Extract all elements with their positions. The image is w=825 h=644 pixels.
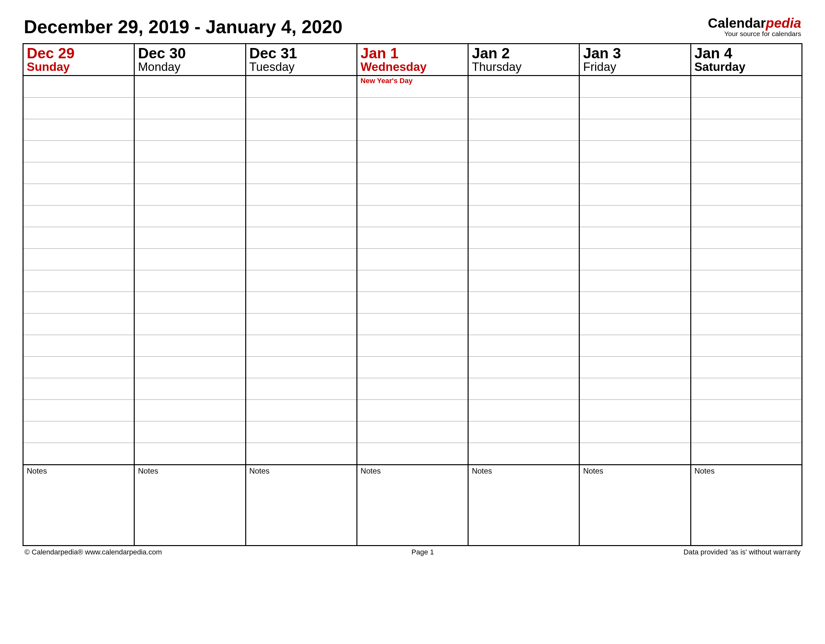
notes-cell[interactable]: Notes <box>246 465 357 546</box>
notes-cell[interactable]: Notes <box>357 465 468 546</box>
time-slot[interactable] <box>357 357 468 378</box>
time-slot[interactable] <box>246 314 357 335</box>
time-slot[interactable] <box>579 335 691 357</box>
time-slot[interactable]: New Year's Day <box>357 76 468 97</box>
time-slot[interactable] <box>357 97 468 119</box>
time-slot[interactable] <box>357 227 468 249</box>
time-slot[interactable] <box>579 422 691 443</box>
time-slot[interactable] <box>468 335 579 357</box>
time-slot[interactable] <box>579 270 691 292</box>
time-slot[interactable] <box>134 443 246 465</box>
time-slot[interactable] <box>134 270 246 292</box>
time-slot[interactable] <box>691 97 802 119</box>
time-slot[interactable] <box>468 378 579 400</box>
time-slot[interactable] <box>246 162 357 184</box>
time-slot[interactable] <box>134 162 246 184</box>
time-slot[interactable] <box>579 76 691 97</box>
time-slot[interactable] <box>691 292 802 314</box>
time-slot[interactable] <box>357 249 468 270</box>
time-slot[interactable] <box>246 119 357 141</box>
time-slot[interactable] <box>691 378 802 400</box>
time-slot[interactable] <box>691 422 802 443</box>
notes-cell[interactable]: Notes <box>134 465 246 546</box>
time-slot[interactable] <box>468 184 579 205</box>
time-slot[interactable] <box>23 422 134 443</box>
time-slot[interactable] <box>691 205 802 227</box>
time-slot[interactable] <box>579 205 691 227</box>
time-slot[interactable] <box>134 227 246 249</box>
time-slot[interactable] <box>23 292 134 314</box>
time-slot[interactable] <box>468 205 579 227</box>
time-slot[interactable] <box>579 314 691 335</box>
time-slot[interactable] <box>246 400 357 422</box>
time-slot[interactable] <box>134 119 246 141</box>
time-slot[interactable] <box>134 249 246 270</box>
time-slot[interactable] <box>691 141 802 162</box>
time-slot[interactable] <box>579 378 691 400</box>
time-slot[interactable] <box>134 422 246 443</box>
time-slot[interactable] <box>23 357 134 378</box>
time-slot[interactable] <box>357 270 468 292</box>
notes-cell[interactable]: Notes <box>468 465 579 546</box>
time-slot[interactable] <box>468 292 579 314</box>
time-slot[interactable] <box>23 184 134 205</box>
time-slot[interactable] <box>468 357 579 378</box>
time-slot[interactable] <box>134 76 246 97</box>
time-slot[interactable] <box>357 335 468 357</box>
time-slot[interactable] <box>134 378 246 400</box>
time-slot[interactable] <box>579 119 691 141</box>
time-slot[interactable] <box>246 141 357 162</box>
time-slot[interactable] <box>357 119 468 141</box>
time-slot[interactable] <box>691 162 802 184</box>
time-slot[interactable] <box>134 357 246 378</box>
time-slot[interactable] <box>357 400 468 422</box>
time-slot[interactable] <box>23 270 134 292</box>
time-slot[interactable] <box>23 97 134 119</box>
time-slot[interactable] <box>246 270 357 292</box>
time-slot[interactable] <box>134 205 246 227</box>
time-slot[interactable] <box>357 205 468 227</box>
time-slot[interactable] <box>579 184 691 205</box>
time-slot[interactable] <box>579 443 691 465</box>
time-slot[interactable] <box>23 443 134 465</box>
time-slot[interactable] <box>468 422 579 443</box>
time-slot[interactable] <box>691 357 802 378</box>
time-slot[interactable] <box>691 76 802 97</box>
notes-cell[interactable]: Notes <box>579 465 691 546</box>
time-slot[interactable] <box>691 443 802 465</box>
time-slot[interactable] <box>691 400 802 422</box>
time-slot[interactable] <box>23 162 134 184</box>
time-slot[interactable] <box>134 141 246 162</box>
notes-cell[interactable]: Notes <box>23 465 134 546</box>
time-slot[interactable] <box>468 443 579 465</box>
notes-cell[interactable]: Notes <box>691 465 802 546</box>
time-slot[interactable] <box>468 314 579 335</box>
time-slot[interactable] <box>579 227 691 249</box>
time-slot[interactable] <box>246 76 357 97</box>
time-slot[interactable] <box>246 335 357 357</box>
time-slot[interactable] <box>134 97 246 119</box>
time-slot[interactable] <box>468 97 579 119</box>
time-slot[interactable] <box>357 422 468 443</box>
time-slot[interactable] <box>23 400 134 422</box>
time-slot[interactable] <box>134 292 246 314</box>
time-slot[interactable] <box>246 357 357 378</box>
time-slot[interactable] <box>691 314 802 335</box>
time-slot[interactable] <box>579 97 691 119</box>
time-slot[interactable] <box>134 400 246 422</box>
time-slot[interactable] <box>468 270 579 292</box>
time-slot[interactable] <box>579 249 691 270</box>
time-slot[interactable] <box>579 400 691 422</box>
time-slot[interactable] <box>23 249 134 270</box>
time-slot[interactable] <box>579 162 691 184</box>
time-slot[interactable] <box>246 292 357 314</box>
time-slot[interactable] <box>23 314 134 335</box>
time-slot[interactable] <box>357 184 468 205</box>
time-slot[interactable] <box>468 400 579 422</box>
time-slot[interactable] <box>468 141 579 162</box>
time-slot[interactable] <box>246 97 357 119</box>
time-slot[interactable] <box>23 205 134 227</box>
time-slot[interactable] <box>357 378 468 400</box>
time-slot[interactable] <box>23 141 134 162</box>
time-slot[interactable] <box>691 184 802 205</box>
